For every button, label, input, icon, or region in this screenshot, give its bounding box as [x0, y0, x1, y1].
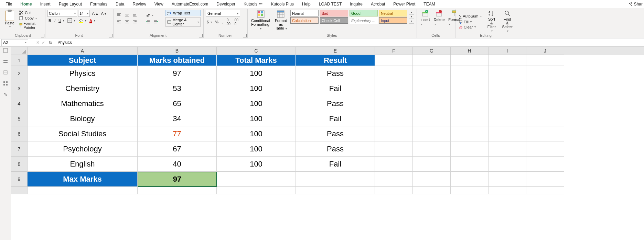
cell[interactable]: [375, 55, 413, 66]
menu-tab-kutools-[interactable]: Kutools ™: [239, 0, 267, 8]
increase-font-button[interactable]: A▴: [91, 11, 99, 16]
cell[interactable]: Psychology: [28, 141, 138, 157]
row-head-2[interactable]: 2: [11, 66, 28, 81]
align-left-button[interactable]: [116, 19, 122, 24]
col-head-I[interactable]: I: [489, 47, 526, 55]
col-head-J[interactable]: J: [526, 47, 564, 55]
cancel-formula-button[interactable]: ✕: [35, 40, 41, 45]
increase-indent-button[interactable]: [152, 19, 159, 24]
orientation-button[interactable]: ab▾: [144, 12, 154, 18]
align-bottom-button[interactable]: [131, 12, 138, 18]
font-name-select[interactable]: Calibri▾: [47, 10, 77, 17]
cell[interactable]: [526, 66, 564, 81]
align-right-button[interactable]: [131, 19, 138, 24]
cell[interactable]: [451, 126, 489, 141]
cell[interactable]: [138, 187, 217, 194]
cell[interactable]: [375, 126, 413, 141]
cell[interactable]: 100: [217, 96, 296, 111]
cell[interactable]: Marks obtained: [138, 55, 217, 66]
menu-tab-home[interactable]: Home: [16, 0, 36, 9]
cell[interactable]: 100: [217, 141, 296, 157]
cell[interactable]: [375, 96, 413, 111]
fill-color-button[interactable]: ▾: [77, 18, 87, 23]
cell[interactable]: [526, 81, 564, 96]
cell[interactable]: 97: [138, 172, 217, 187]
cell[interactable]: 34: [138, 111, 217, 126]
row-head-3[interactable]: 3: [11, 81, 28, 96]
share-button[interactable]: Shar: [629, 2, 643, 7]
cell-style-bad[interactable]: Bad: [320, 10, 348, 16]
font-size-select[interactable]: 14▾: [78, 10, 90, 17]
cell[interactable]: [296, 187, 375, 194]
col-head-F[interactable]: F: [375, 47, 413, 55]
cell[interactable]: Subject: [28, 55, 138, 66]
worksheet-grid[interactable]: ABCEFGHIJ 123456789 SubjectMarks obtaine…: [11, 47, 644, 240]
delete-button[interactable]: − Delete▾: [432, 10, 446, 26]
cell[interactable]: [489, 141, 526, 157]
borders-button[interactable]: ▾: [66, 18, 76, 23]
col-head-G[interactable]: G: [413, 47, 451, 55]
cell[interactable]: [413, 66, 451, 81]
row-head-9[interactable]: 9: [11, 172, 28, 187]
cell[interactable]: [413, 141, 451, 157]
cell[interactable]: Pass: [296, 96, 375, 111]
col-head-A[interactable]: A: [28, 47, 138, 55]
conditional-formatting-button[interactable]: Conditional Formatting ▾: [250, 10, 271, 30]
cell[interactable]: [375, 66, 413, 81]
cell[interactable]: [375, 172, 413, 187]
col-head-C[interactable]: C: [217, 47, 296, 55]
cell[interactable]: Social Studies: [28, 126, 138, 141]
cell[interactable]: Total Marks: [217, 55, 296, 66]
cell[interactable]: 65: [138, 96, 217, 111]
cell[interactable]: [489, 126, 526, 141]
cell[interactable]: [451, 187, 489, 194]
cell[interactable]: [413, 187, 451, 194]
cell-style-check-cell[interactable]: Check Cell: [320, 17, 348, 24]
menu-tab-view[interactable]: View: [150, 0, 168, 8]
menu-tab-team[interactable]: TEAM: [419, 0, 439, 8]
sidebar-icon[interactable]: [3, 59, 8, 64]
fill-button[interactable]: Fill▾: [458, 20, 483, 24]
wrap-text-button[interactable]: abc Wrap Text: [165, 10, 201, 16]
menu-tab-power-pivot[interactable]: Power Pivot: [389, 0, 419, 8]
dialog-launcher[interactable]: [109, 34, 112, 37]
cell[interactable]: Fail: [296, 157, 375, 172]
cell-style-explanatory-[interactable]: Explanatory ...: [350, 17, 378, 24]
increase-decimal-button[interactable]: .0.00: [225, 18, 232, 26]
menu-tab-developer[interactable]: Developer: [212, 0, 239, 8]
cell[interactable]: 100: [217, 126, 296, 141]
menu-tab-kutools-plus[interactable]: Kutools Plus: [267, 0, 298, 8]
cell[interactable]: Result: [296, 55, 375, 66]
cell[interactable]: 40: [138, 157, 217, 172]
cell[interactable]: [489, 187, 526, 194]
cell[interactable]: [451, 96, 489, 111]
cell[interactable]: 97: [138, 66, 217, 81]
copy-button[interactable]: Copy▾: [18, 15, 42, 21]
cell[interactable]: [217, 172, 296, 187]
cell[interactable]: [451, 157, 489, 172]
cells[interactable]: SubjectMarks obtainedTotal MarksResultPh…: [28, 55, 564, 194]
dialog-launcher[interactable]: [41, 34, 44, 37]
cell[interactable]: Chemistry: [28, 81, 138, 96]
cell[interactable]: Mathematics: [28, 96, 138, 111]
cell[interactable]: Physics: [28, 66, 138, 81]
align-center-button[interactable]: [124, 19, 130, 24]
cell[interactable]: [451, 55, 489, 66]
menu-tab-load-test[interactable]: LOAD TEST: [315, 0, 346, 8]
row-head-1[interactable]: 1: [11, 55, 28, 66]
select-all-corner[interactable]: [11, 47, 28, 55]
cell-style-calculation[interactable]: Calculation: [290, 17, 319, 24]
dialog-launcher[interactable]: [199, 34, 203, 37]
cell[interactable]: [526, 157, 564, 172]
cell[interactable]: [217, 187, 296, 194]
row-head-8[interactable]: 8: [11, 157, 28, 172]
cell[interactable]: Fail: [296, 111, 375, 126]
menu-tab-help[interactable]: Help: [298, 0, 315, 8]
cell-style-input[interactable]: Input: [379, 17, 407, 24]
find-select-button[interactable]: Find & Select ▾: [501, 10, 514, 33]
cell[interactable]: Max Marks: [28, 172, 138, 187]
formula-input[interactable]: Physics: [55, 40, 644, 45]
row-head-6[interactable]: 6: [11, 126, 28, 141]
column-headers[interactable]: ABCEFGHIJ: [28, 47, 644, 55]
autosum-button[interactable]: ∑AutoSum▾: [458, 13, 483, 19]
